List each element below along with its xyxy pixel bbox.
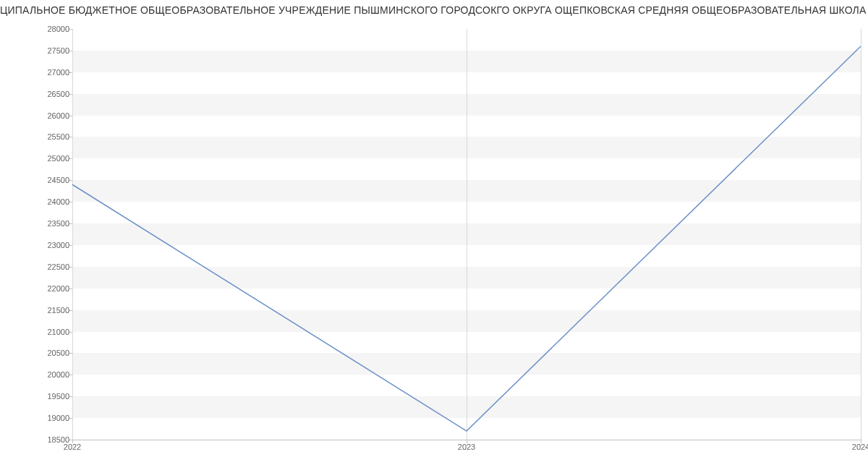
y-tick-label: 20500 xyxy=(4,349,69,357)
x-tick-label: 2024 xyxy=(852,443,868,451)
y-tick-label: 27500 xyxy=(4,46,69,55)
y-tick-label: 23500 xyxy=(4,219,69,228)
line-series xyxy=(72,29,861,440)
y-tick-label: 28000 xyxy=(4,25,69,33)
y-tick-label: 19500 xyxy=(4,392,69,401)
chart-title: ЦИПАЛЬНОЕ БЮДЖЕТНОЕ ОБЩЕОБРАЗОВАТЕЛЬНОЕ … xyxy=(0,4,868,16)
plot-area[interactable] xyxy=(72,29,861,440)
y-tick-label: 20000 xyxy=(4,370,69,379)
series-path xyxy=(72,46,861,431)
y-tick-label: 24500 xyxy=(4,176,69,184)
x-tick-label: 2022 xyxy=(64,443,81,451)
y-tick-label: 24000 xyxy=(4,197,69,206)
y-tick-label: 19000 xyxy=(4,414,69,422)
x-tick-label: 2023 xyxy=(458,443,475,451)
y-tick-label: 27000 xyxy=(4,68,69,77)
y-tick-label: 22500 xyxy=(4,262,69,271)
y-tick-label: 25500 xyxy=(4,132,69,141)
y-tick-label: 26500 xyxy=(4,90,69,98)
x-gridline xyxy=(861,29,861,440)
y-tick-label: 21000 xyxy=(4,328,69,336)
y-tick-label: 21500 xyxy=(4,306,69,315)
y-tick-label: 25000 xyxy=(4,154,69,163)
y-tick-label: 22000 xyxy=(4,284,69,293)
y-tick-label: 23000 xyxy=(4,241,69,249)
y-tick-label: 18500 xyxy=(4,435,69,444)
y-tick-label: 26000 xyxy=(4,111,69,120)
chart-root: ЦИПАЛЬНОЕ БЮДЖЕТНОЕ ОБЩЕОБРАЗОВАТЕЛЬНОЕ … xyxy=(0,0,868,470)
